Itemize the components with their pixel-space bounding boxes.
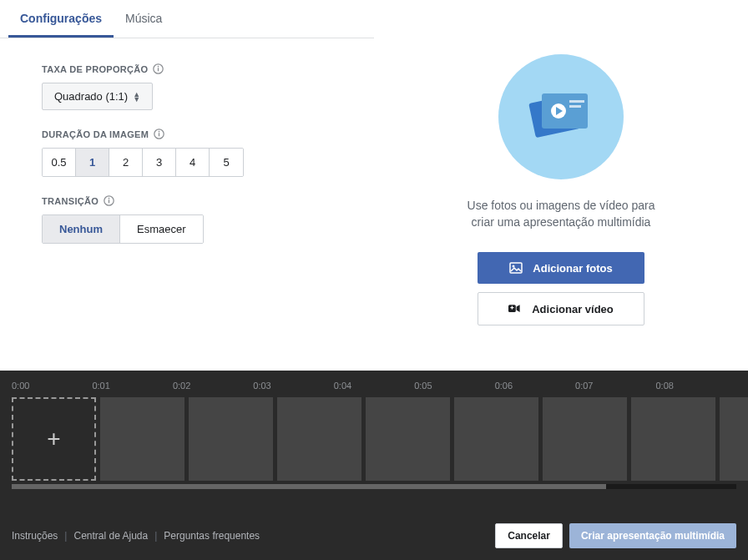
- photo-icon: [509, 261, 523, 275]
- timeline-scrollbar[interactable]: [12, 484, 736, 489]
- footer-separator: |: [154, 530, 157, 542]
- aspect-ratio-value: Quadrado (1:1): [54, 90, 128, 103]
- timeline-frame[interactable]: [189, 397, 273, 481]
- ruler-mark: 0:00: [12, 381, 92, 391]
- transition-option-none[interactable]: Nenhum: [43, 215, 120, 243]
- svg-rect-8: [109, 199, 109, 203]
- svg-rect-14: [510, 263, 522, 273]
- ruler-mark: 0:02: [173, 381, 253, 391]
- transition-option-fade[interactable]: Esmaecer: [120, 215, 203, 243]
- ruler-mark: 0:06: [495, 381, 575, 391]
- timeline-frame[interactable]: [100, 397, 184, 481]
- duration-button-group: 0.5 1 2 3 4 5: [42, 148, 244, 177]
- timeline-frame[interactable]: [720, 397, 748, 481]
- svg-point-1: [158, 66, 159, 68]
- svg-point-7: [109, 198, 110, 199]
- duration-option-1[interactable]: 1: [76, 149, 109, 176]
- svg-rect-13: [569, 105, 581, 108]
- image-duration-label: DURAÇÃO DA IMAGEM: [42, 129, 332, 139]
- info-icon[interactable]: [153, 63, 164, 74]
- timeline-frame[interactable]: [277, 397, 361, 481]
- add-photos-label: Adicionar fotos: [533, 262, 612, 275]
- footer-links: Instruções | Central de Ajuda | Pergunta…: [12, 530, 260, 542]
- create-slideshow-button[interactable]: Criar apresentação multimídia: [569, 523, 736, 548]
- timeline: 0:00 0:01 0:02 0:03 0:04 0:05 0:06 0:07 …: [0, 371, 748, 560]
- aspect-ratio-select[interactable]: Quadrado (1:1) ▲▼: [42, 83, 153, 110]
- duration-option-2[interactable]: 2: [109, 149, 143, 176]
- add-video-button[interactable]: Adicionar vídeo: [478, 292, 644, 325]
- ruler-mark: 0:01: [92, 381, 172, 391]
- transition-button-group: Nenhum Esmaecer: [42, 214, 204, 244]
- timeline-frame[interactable]: [366, 397, 450, 481]
- add-frame-button[interactable]: +: [12, 397, 96, 481]
- svg-rect-18: [512, 306, 513, 310]
- info-icon[interactable]: [154, 129, 164, 139]
- ruler-mark: 0:04: [334, 381, 414, 391]
- tab-settings[interactable]: Configurações: [8, 0, 114, 38]
- duration-option-4[interactable]: 4: [176, 149, 210, 176]
- ruler-mark: 0:05: [414, 381, 494, 391]
- svg-point-4: [159, 131, 160, 133]
- video-add-icon: [508, 302, 522, 315]
- timeline-frame[interactable]: [543, 397, 627, 481]
- footer-separator: |: [64, 530, 67, 542]
- footer-link-faq[interactable]: Perguntas frequentes: [164, 530, 260, 542]
- timeline-frames[interactable]: +: [0, 397, 748, 481]
- duration-option-3[interactable]: 3: [143, 149, 176, 176]
- duration-option-5[interactable]: 5: [210, 149, 243, 176]
- timeline-ruler: 0:00 0:01 0:02 0:03 0:04 0:05 0:06 0:07 …: [0, 371, 748, 397]
- slideshow-illustration: [498, 54, 624, 179]
- duration-option-0.5[interactable]: 0.5: [43, 149, 76, 176]
- svg-rect-2: [158, 68, 159, 71]
- timeline-frame[interactable]: [631, 397, 715, 481]
- ruler-mark: 0:03: [253, 381, 333, 391]
- footer-link-instructions[interactable]: Instruções: [12, 530, 58, 542]
- footer-link-help[interactable]: Central de Ajuda: [73, 530, 148, 542]
- aspect-ratio-label: TAXA DE PROPORÇÃO: [42, 63, 332, 74]
- add-photos-button[interactable]: Adicionar fotos: [478, 252, 644, 284]
- svg-rect-5: [159, 133, 159, 136]
- add-video-label: Adicionar vídeo: [532, 303, 614, 315]
- plus-icon: +: [47, 426, 60, 452]
- scrollbar-thumb[interactable]: [12, 484, 606, 489]
- info-icon[interactable]: [104, 195, 114, 206]
- svg-rect-12: [569, 100, 584, 103]
- tab-music[interactable]: Música: [114, 0, 174, 38]
- ruler-mark: 0:07: [575, 381, 655, 391]
- select-arrows-icon: ▲▼: [133, 92, 140, 102]
- timeline-frame[interactable]: [454, 397, 538, 481]
- tabs-container: Configurações Música: [0, 0, 374, 38]
- ruler-mark: 0:08: [656, 381, 736, 391]
- transition-label: TRANSIÇÃO: [42, 195, 332, 206]
- cancel-button[interactable]: Cancelar: [495, 523, 563, 548]
- helper-text: Use fotos ou imagens de vídeo para criar…: [468, 198, 655, 230]
